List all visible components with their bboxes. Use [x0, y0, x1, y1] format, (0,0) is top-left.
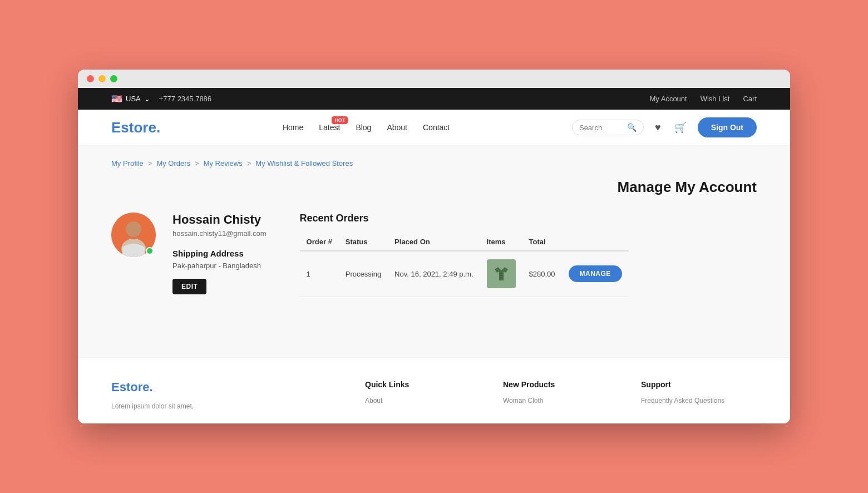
phone-number: +777 2345 7886 — [159, 95, 211, 103]
cart-link[interactable]: Cart — [743, 95, 757, 103]
order-total-cell: $280.00 — [522, 251, 562, 297]
nav-contact[interactable]: Contact — [423, 123, 450, 132]
col-action — [562, 233, 629, 251]
order-number-cell: 1 — [300, 251, 339, 297]
footer-quick-links: Quick Links About — [365, 380, 481, 412]
browser-titlebar — [78, 70, 790, 88]
logo-text: Estore — [111, 119, 156, 136]
breadcrumb-sep-3: > — [247, 159, 251, 167]
orders-table: Order # Status Placed On Items Total 1 P… — [300, 233, 629, 297]
manage-button[interactable]: MANAGE — [569, 265, 622, 282]
search-input[interactable] — [579, 124, 624, 132]
footer-new-products-title: New Products — [503, 380, 619, 389]
footer: Estore. Lorem ipsum dolor sit amet, Quic… — [78, 357, 790, 423]
flag-icon: 🇺🇸 — [111, 93, 122, 104]
shipping-address: Pak-paharpur - Bangladesh — [172, 262, 267, 270]
breadcrumb-sep-2: > — [195, 159, 199, 167]
tshirt-svg — [489, 262, 514, 286]
main-area: Hossain Chisty hossain.chisty11@gmail.co… — [111, 213, 757, 297]
page-content: My Profile > My Orders > My Reviews > My… — [78, 146, 790, 357]
avatar-container — [111, 213, 156, 257]
nav-links: Home Latest HOT Blog About Contact — [283, 123, 450, 132]
col-placed-on: Placed On — [388, 233, 480, 251]
footer-support: Support Frequently Asked Questions — [641, 380, 757, 412]
profile-name: Hossain Chisty — [172, 213, 267, 227]
browser-window: 🇺🇸 USA ⌄ +777 2345 7886 My Account Wish … — [78, 70, 790, 423]
col-status: Status — [339, 233, 388, 251]
wish-list-link[interactable]: Wish List — [701, 95, 730, 103]
footer-link-about[interactable]: About — [365, 397, 481, 405]
top-bar-right: My Account Wish List Cart — [650, 95, 757, 103]
order-status-cell: Processing — [339, 251, 388, 297]
profile-info: Hossain Chisty hossain.chisty11@gmail.co… — [172, 213, 267, 294]
svg-point-1 — [126, 221, 141, 237]
edit-button[interactable]: EDIT — [172, 279, 206, 294]
nav-home[interactable]: Home — [283, 123, 303, 132]
minimize-dot[interactable] — [98, 75, 106, 82]
page-title: Manage My Account — [111, 179, 757, 196]
nav-about[interactable]: About — [387, 123, 407, 132]
table-row: 1 Processing Nov. 16, 2021, 2:49 p.m. — [300, 251, 629, 297]
logo[interactable]: Estore. — [111, 119, 160, 136]
cart-btn[interactable]: 🛒 — [672, 119, 689, 136]
maximize-dot[interactable] — [110, 75, 117, 82]
footer-brand: Estore. Lorem ipsum dolor sit amet, — [111, 380, 343, 412]
my-account-link[interactable]: My Account — [650, 95, 687, 103]
order-item-cell — [480, 251, 522, 297]
col-items: Items — [480, 233, 522, 251]
breadcrumb: My Profile > My Orders > My Reviews > My… — [111, 159, 757, 167]
country-label: USA — [126, 95, 141, 103]
col-order-num: Order # — [300, 233, 339, 251]
breadcrumb-my-reviews[interactable]: My Reviews — [204, 159, 243, 167]
recent-orders: Recent Orders Order # Status Placed On I… — [300, 213, 629, 297]
nav-right: 🔍 ♥ 🛒 Sign Out — [572, 117, 757, 137]
col-total: Total — [522, 233, 562, 251]
country-selector[interactable]: 🇺🇸 USA ⌄ — [111, 93, 150, 104]
order-action-cell: MANAGE — [562, 251, 629, 297]
footer-grid: Estore. Lorem ipsum dolor sit amet, Quic… — [111, 380, 757, 412]
hot-badge: HOT — [332, 116, 348, 124]
sign-out-button[interactable]: Sign Out — [698, 117, 757, 137]
breadcrumb-my-wishlist[interactable]: My Wishlist & Followed Stores — [255, 159, 353, 167]
chevron-down-icon: ⌄ — [144, 95, 150, 103]
footer-link-woman-cloth[interactable]: Woman Cloth — [503, 397, 619, 405]
breadcrumb-my-profile[interactable]: My Profile — [111, 159, 144, 167]
footer-quick-links-title: Quick Links — [365, 380, 481, 389]
search-icon: 🔍 — [627, 123, 637, 132]
order-item-image — [487, 259, 516, 288]
footer-support-title: Support — [641, 380, 757, 389]
order-date-cell: Nov. 16, 2021, 2:49 p.m. — [388, 251, 480, 297]
main-nav: Estore. Home Latest HOT Blog About Conta… — [78, 110, 790, 146]
nav-latest[interactable]: Latest HOT — [319, 123, 340, 132]
nav-blog[interactable]: Blog — [356, 123, 371, 132]
logo-dot: . — [156, 119, 160, 136]
profile-section: Hossain Chisty hossain.chisty11@gmail.co… — [111, 213, 267, 297]
footer-logo: Estore. — [111, 380, 343, 395]
online-indicator — [146, 247, 154, 255]
top-bar: 🇺🇸 USA ⌄ +777 2345 7886 My Account Wish … — [78, 88, 790, 110]
wishlist-btn[interactable]: ♥ — [653, 120, 663, 136]
close-dot[interactable] — [87, 75, 94, 82]
breadcrumb-sep-1: > — [148, 159, 152, 167]
profile-email: hossain.chisty11@gmail.com — [172, 229, 267, 238]
footer-description: Lorem ipsum dolor sit amet, — [111, 401, 343, 412]
top-bar-left: 🇺🇸 USA ⌄ +777 2345 7886 — [111, 93, 211, 104]
footer-link-faq[interactable]: Frequently Asked Questions — [641, 397, 757, 405]
recent-orders-title: Recent Orders — [300, 213, 629, 224]
breadcrumb-my-orders[interactable]: My Orders — [156, 159, 190, 167]
search-box[interactable]: 🔍 — [572, 120, 644, 135]
shipping-title: Shipping Address — [172, 249, 267, 258]
footer-new-products: New Products Woman Cloth — [503, 380, 619, 412]
